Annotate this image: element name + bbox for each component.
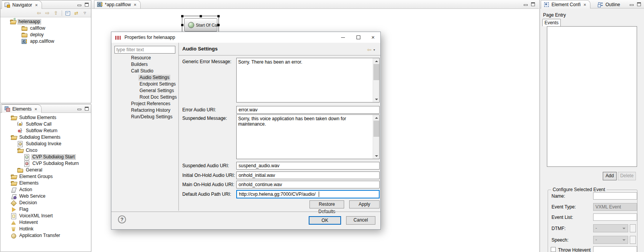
- tree-item-cvp-subdialog-return[interactable]: CVP Subdialog Return: [0, 160, 91, 167]
- speech-browse-button[interactable]: [630, 236, 636, 244]
- scroll-up-icon[interactable]: [373, 58, 380, 64]
- tab-navigator[interactable]: Navigator: [2, 0, 42, 9]
- up-icon[interactable]: ⇧: [52, 10, 60, 17]
- tab-outline[interactable]: Outline: [595, 0, 624, 8]
- tab-events[interactable]: Events: [542, 19, 561, 26]
- tree-item-hotlink[interactable]: Hotlink: [0, 226, 91, 232]
- close-icon[interactable]: [34, 107, 38, 111]
- selection-handle[interactable]: [217, 15, 220, 17]
- maximize-icon[interactable]: [85, 107, 89, 111]
- tab-elements[interactable]: Elements: [2, 104, 42, 113]
- maximize-icon[interactable]: [637, 2, 641, 6]
- selection-handle[interactable]: [181, 15, 183, 17]
- tree-item-subdialog-elements[interactable]: Subdialog Elements: [0, 134, 91, 141]
- tree-item-deploy[interactable]: deploy: [0, 32, 91, 38]
- event-list-field[interactable]: [593, 213, 637, 221]
- suspended-msg-textarea[interactable]: Sorry, this voice application has been t…: [237, 115, 372, 159]
- name-field[interactable]: [593, 192, 637, 200]
- tree-item-root-doc-settings[interactable]: Root Doc Settings: [111, 94, 178, 101]
- cancel-button[interactable]: Cancel: [346, 216, 375, 225]
- tree-item-audio-settings[interactable]: Audio Settings: [111, 74, 178, 81]
- tree-item-subdialog-invoke[interactable]: Subdialog Invoke: [0, 141, 91, 147]
- back-arrow-icon[interactable]: ⇦: [367, 47, 372, 53]
- throw-hotevent-field[interactable]: [593, 246, 637, 252]
- default-path-input[interactable]: [236, 190, 380, 198]
- tree-item-decision[interactable]: Decision: [0, 200, 91, 206]
- back-icon[interactable]: ⇦: [35, 10, 43, 17]
- scroll-down-icon[interactable]: [373, 153, 380, 159]
- scrollbar[interactable]: [373, 58, 379, 102]
- minimize-icon[interactable]: [77, 5, 81, 6]
- generic-error-textarea[interactable]: Sorry. There has been an error.: [237, 58, 372, 102]
- add-button[interactable]: Add: [603, 172, 617, 180]
- folder-icon: [21, 32, 27, 38]
- error-audio-input[interactable]: [236, 106, 380, 114]
- tree-item-application-transfer[interactable]: Application Transfer: [0, 232, 91, 239]
- collapse-all-icon[interactable]: [66, 11, 71, 15]
- scroll-down-icon[interactable]: [373, 96, 380, 102]
- maximize-icon[interactable]: [85, 3, 89, 7]
- tree-item-elements[interactable]: Elements: [0, 180, 91, 186]
- minimize-icon[interactable]: [77, 109, 81, 110]
- tree-item-cisco[interactable]: Cisco: [0, 147, 91, 154]
- tree-item-project-references[interactable]: Project References: [111, 101, 178, 107]
- close-icon[interactable]: [133, 2, 137, 7]
- tree-item-element-groups[interactable]: Element Groups: [0, 173, 91, 180]
- tree-item-hotevent[interactable]: Hotevent: [0, 219, 91, 226]
- initial-onhold-input[interactable]: [236, 171, 380, 179]
- scrollbar[interactable]: [373, 115, 379, 159]
- restore-defaults-button[interactable]: Restore Defaults: [309, 200, 344, 208]
- suspended-audio-input[interactable]: [236, 162, 380, 170]
- tree-item-builders[interactable]: Builders: [111, 61, 178, 68]
- view-menu-icon[interactable]: ▽: [81, 10, 89, 17]
- tree-item-app-callflow[interactable]: app.callflow: [0, 38, 91, 45]
- dropdown-caret-icon[interactable]: ▾: [373, 48, 375, 52]
- delete-button[interactable]: Delete: [618, 172, 636, 180]
- ok-button[interactable]: OK: [309, 216, 341, 225]
- dtmf-select[interactable]: -: [593, 224, 628, 232]
- scroll-thumb[interactable]: [373, 121, 379, 137]
- tree-item-helenaapp[interactable]: Chelenaapp: [0, 18, 91, 25]
- tree-item-subflow-return[interactable]: Subflow Return: [0, 128, 91, 134]
- tree-item-general[interactable]: General: [0, 167, 91, 173]
- dialog-minimize-button[interactable]: [337, 32, 349, 43]
- events-listbox[interactable]: [547, 26, 637, 167]
- maximize-icon[interactable]: [531, 2, 535, 6]
- tree-item-web-service[interactable]: Web Service: [0, 193, 91, 200]
- link-with-editor-icon[interactable]: ⇄: [72, 10, 80, 17]
- start-of-call-node[interactable]: Start Of Call: [184, 18, 217, 32]
- tree-item-cvp-subdialog-start[interactable]: CVP Subdialog Start: [0, 154, 91, 160]
- tree-item-voicexml-insert[interactable]: VoiceXML Insert: [0, 213, 91, 219]
- dialog-maximize-button[interactable]: [353, 32, 364, 43]
- main-onhold-input[interactable]: [236, 181, 380, 188]
- tree-item-refactoring-history[interactable]: Refactoring History: [111, 107, 178, 114]
- tree-item-subflow-call[interactable]: Subflow Call: [0, 121, 91, 128]
- forward-icon[interactable]: ⇨: [44, 10, 51, 17]
- selection-handle[interactable]: [200, 15, 202, 17]
- tree-item-flag[interactable]: Flag: [0, 206, 91, 213]
- tab-app-callflow[interactable]: *app.callflow: [94, 0, 141, 8]
- dtmf-browse-button[interactable]: [630, 224, 636, 232]
- selection-handle[interactable]: [181, 24, 183, 26]
- dialog-close-button[interactable]: [367, 32, 379, 43]
- tab-element-config[interactable]: Element Confi: [541, 0, 590, 8]
- apply-button[interactable]: Apply: [349, 200, 380, 208]
- tree-item-action[interactable]: Action: [0, 186, 91, 193]
- scroll-up-icon[interactable]: [373, 115, 380, 121]
- tree-item-resource[interactable]: Resource: [111, 55, 178, 61]
- throw-hotevent-checkbox[interactable]: [551, 247, 556, 252]
- tree-item-run-debug-settings[interactable]: Run/Debug Settings: [111, 114, 178, 120]
- help-button[interactable]: [118, 215, 126, 223]
- tree-item-general-settings[interactable]: General Settings: [111, 87, 178, 94]
- speech-select[interactable]: -: [593, 236, 628, 244]
- minimize-icon[interactable]: [630, 4, 634, 6]
- tree-item-call-studio[interactable]: Call Studio: [111, 68, 178, 74]
- minimize-icon[interactable]: [524, 4, 528, 6]
- scroll-thumb[interactable]: [373, 64, 379, 80]
- tree-item-subflow-elements[interactable]: Subflow Elements: [0, 114, 91, 121]
- filter-input[interactable]: [114, 46, 175, 54]
- tree-item-endpoint-settings[interactable]: Endpoint Settings: [111, 81, 178, 87]
- close-icon[interactable]: [34, 3, 39, 7]
- tree-item-callflow[interactable]: callflow: [0, 25, 91, 32]
- close-icon[interactable]: [582, 2, 587, 7]
